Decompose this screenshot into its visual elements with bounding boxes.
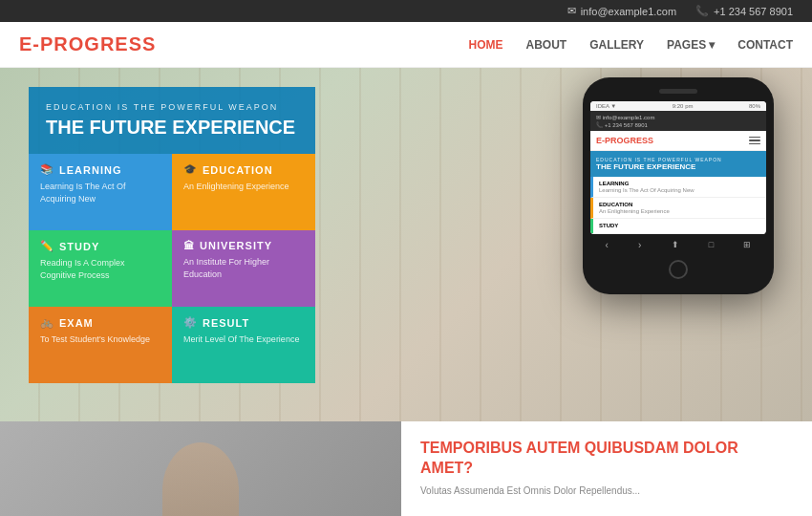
cell-university-title: 🏛 UNIVERSITY (183, 240, 304, 251)
hero-heading: THE FUTURE EXPERIENCE (46, 116, 298, 139)
phone-phone-info: 📞 +1 234 567 8901 (596, 121, 760, 128)
phone-email-info: ✉ info@example1.com (596, 114, 760, 120)
phone-icon: 📞 (695, 5, 709, 17)
book-icon: 📚 (40, 163, 54, 176)
cell-study-title: ✏️ STUDY (40, 240, 160, 252)
grid-cell-education[interactable]: 🎓 EDUCATION An Enlightening Experience (172, 154, 315, 230)
bottom-text: TEMPORIBUS AUTEM QUIBUSDAM DOLOR AMET? V… (401, 421, 812, 516)
cell-education-title: 🎓 EDUCATION (183, 163, 304, 176)
phone-item-learning[interactable]: LEARNING Learning Is The Act Of Acquirin… (590, 177, 766, 198)
phone-share-btn[interactable]: ⬆ (672, 240, 679, 250)
cell-result-desc: Merit Level Of The Experience (183, 333, 304, 346)
phone-hero-main: THE FUTURE EXPERIENCE (596, 162, 760, 171)
cell-university-desc: An Institute For Higher Education (183, 256, 304, 280)
phone-screen: IDEA ▼ 9:20 pm 80% ✉ info@example1.com 📞… (590, 101, 766, 234)
graduation-icon: 🎓 (183, 163, 198, 176)
email-icon: ✉ (567, 5, 576, 17)
bottom-desc: Volutas Assumenda Est Omnis Dolor Repell… (420, 484, 793, 498)
phone-statusbar: IDEA ▼ 9:20 pm 80% (590, 101, 766, 111)
building-icon: 🏛 (183, 240, 195, 251)
phone-speaker (659, 89, 697, 94)
phone-device: IDEA ▼ 9:20 pm 80% ✉ info@example1.com 📞… (583, 77, 774, 294)
cell-education-desc: An Enlightening Experience (183, 181, 304, 193)
grid-cell-result[interactable]: ⚙️ RESULT Merit Level Of The Experience (172, 307, 315, 383)
phone-nav: E-PROGRESS (590, 131, 766, 151)
hamburger-icon[interactable] (749, 137, 760, 145)
bike-icon: 🚲 (40, 316, 54, 329)
pencil-icon: ✏️ (40, 240, 54, 252)
cell-study-desc: Reading Is A Complex Cognitive Process (40, 257, 160, 281)
grid-cell-university[interactable]: 🏛 UNIVERSITY An Institute For Higher Edu… (172, 230, 315, 307)
hero-headline: EDUCATION IS THE POWERFUL WEAPON THE FUT… (29, 87, 315, 154)
phone-forward-btn[interactable]: › (638, 240, 641, 250)
phone-item-learning-content: LEARNING Learning Is The Act Of Acquirin… (599, 181, 694, 193)
nav-gallery[interactable]: GALLERY (589, 38, 644, 52)
topbar-email: ✉ info@example1.com (567, 5, 676, 17)
nav-contact[interactable]: CONTACT (737, 38, 793, 52)
cell-exam-title: 🚲 EXAM (40, 316, 160, 329)
nav-pages[interactable]: PAGES ▾ (667, 38, 715, 52)
grid-cell-study[interactable]: ✏️ STUDY Reading Is A Complex Cognitive … (29, 230, 172, 307)
phone-bookmark-btn[interactable]: □ (709, 240, 714, 250)
phone-tabs-btn[interactable]: ⊞ (743, 240, 751, 250)
phone-back-btn[interactable]: ‹ (606, 240, 609, 250)
gear-icon: ⚙️ (183, 316, 198, 329)
hero-section: EDUCATION IS THE POWERFUL WEAPON THE FUT… (0, 68, 812, 421)
bottom-heading: TEMPORIBUS AUTEM QUIBUSDAM DOLOR AMET? (420, 439, 793, 479)
cell-learning-title: 📚 LEARNING (40, 163, 160, 176)
brand-logo[interactable]: E-PROGRESS (19, 33, 156, 55)
nav-home[interactable]: HOME (469, 38, 503, 52)
phone-item-study[interactable]: STUDY (590, 219, 766, 234)
bottom-section: TEMPORIBUS AUTEM QUIBUSDAM DOLOR AMET? V… (0, 421, 812, 516)
grid-cell-learning[interactable]: 📚 LEARNING Learning Is The Act Of Acquir… (29, 154, 172, 230)
phone-item-study-content: STUDY (599, 223, 618, 229)
grid-cell-exam[interactable]: 🚲 EXAM To Test Student's Knowledge (29, 307, 172, 383)
topbar-phone: 📞 +1 234 567 8901 (695, 5, 793, 17)
feature-grid: 📚 LEARNING Learning Is The Act Of Acquir… (29, 154, 315, 383)
hero-left-panel: EDUCATION IS THE POWERFUL WEAPON THE FUT… (29, 87, 315, 402)
hero-subheading: EDUCATION IS THE POWERFUL WEAPON (46, 102, 298, 112)
phone-hero-section: EDUCATION IS THE POWERFUL WEAPON THE FUT… (590, 151, 766, 177)
bottom-photo (0, 421, 401, 516)
phone-brand: E-PROGRESS (596, 136, 653, 145)
phone-carrier: IDEA ▼ (596, 103, 616, 109)
phone-item-education-content: EDUCATION An Enlightening Experience (599, 202, 670, 214)
nav-links: HOME ABOUT GALLERY PAGES ▾ CONTACT (469, 38, 793, 52)
phone-home-button[interactable] (669, 260, 688, 279)
cell-exam-desc: To Test Student's Knowledge (40, 333, 160, 346)
phone-item-education[interactable]: EDUCATION An Enlightening Experience (590, 198, 766, 219)
phone-mockup: IDEA ▼ 9:20 pm 80% ✉ info@example1.com 📞… (583, 77, 774, 294)
phone-bottom-bar: ‹ › ⬆ □ ⊞ (590, 234, 766, 256)
navbar: E-PROGRESS HOME ABOUT GALLERY PAGES ▾ CO… (0, 22, 812, 68)
bottom-image (0, 421, 401, 516)
phone-topinfo: ✉ info@example1.com 📞 +1 234 567 8901 (590, 111, 766, 131)
phone-time: 9:20 pm (673, 103, 694, 109)
cell-result-title: ⚙️ RESULT (183, 316, 304, 329)
nav-about[interactable]: ABOUT (526, 38, 567, 52)
top-bar: ✉ info@example1.com 📞 +1 234 567 8901 (0, 0, 812, 22)
cell-learning-desc: Learning Is The Act Of Acquiring New (40, 181, 160, 204)
chevron-down-icon: ▾ (709, 38, 715, 52)
phone-battery: 80% (749, 103, 760, 109)
